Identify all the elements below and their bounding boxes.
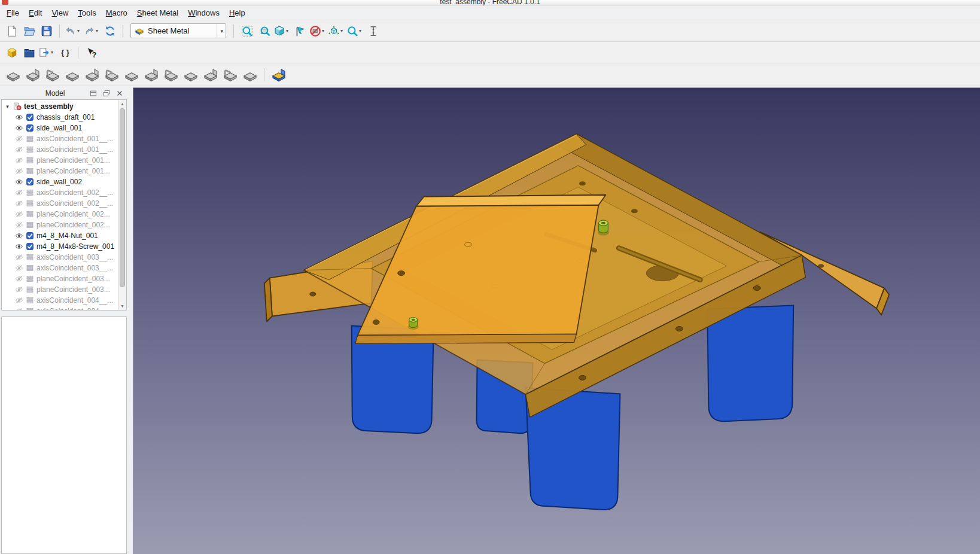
dropdown-arrow-icon[interactable]: ▾ <box>359 28 364 34</box>
visibility-on-icon[interactable] <box>15 178 23 186</box>
workbench-selector[interactable]: Sheet Metal▾ <box>130 23 226 38</box>
visibility-off-icon[interactable] <box>15 285 23 294</box>
tree-item-axiscoincident-001[interactable]: axisCoincident_001__... <box>2 133 118 144</box>
zoom-fit-selection-button[interactable] <box>256 23 272 39</box>
dropdown-arrow-icon[interactable]: ▾ <box>286 28 291 34</box>
tree-item-side-wall-002[interactable]: side_wall_002 <box>2 176 118 187</box>
sm-forming-tool-button[interactable] <box>221 66 239 83</box>
close-panel-button[interactable] <box>115 89 124 98</box>
tree-item-axiscoincident-002[interactable]: axisCoincident_002__... <box>2 187 118 198</box>
scrollbar-thumb[interactable] <box>120 108 125 287</box>
model-nut-m4[interactable] <box>598 220 609 235</box>
dropdown-arrow-icon[interactable]: ▾ <box>322 28 327 34</box>
sm-make-junction-button[interactable] <box>83 66 101 83</box>
visibility-off-icon[interactable] <box>15 135 23 143</box>
sm-sketch-on-sheet-button[interactable] <box>201 66 220 83</box>
menu-help[interactable]: Help <box>224 7 250 19</box>
sm-make-wall-button[interactable] <box>23 66 42 83</box>
visibility-off-icon[interactable] <box>15 188 23 197</box>
tree-item-chassis-draft-001[interactable]: chassis_draft_001 <box>2 112 118 123</box>
dropdown-arrow-icon[interactable]: ▾ <box>77 28 82 34</box>
tree-item-planecoincident-003[interactable]: planeCoincident_003... <box>2 273 118 284</box>
zoom-tools-button[interactable]: ▾ <box>346 23 364 39</box>
draw-style-button[interactable]: ▾ <box>309 23 327 39</box>
refresh-button[interactable] <box>102 23 118 39</box>
menu-tools[interactable]: Tools <box>73 7 101 19</box>
visibility-off-icon[interactable] <box>15 253 23 261</box>
std-views-button[interactable]: ▾ <box>328 23 345 39</box>
combo-dropdown-icon[interactable]: ▾ <box>217 24 223 38</box>
zoom-fit-all-button[interactable] <box>239 23 255 39</box>
tree-scrollbar[interactable]: ▲ ▼ <box>118 100 126 310</box>
tree-item-axiscoincident-001[interactable]: axisCoincident_001__... <box>2 144 118 155</box>
navigation-flag-button[interactable] <box>292 23 308 39</box>
sm-unfold-button[interactable] <box>122 66 141 83</box>
visibility-off-icon[interactable] <box>15 296 23 305</box>
sm-make-bend-button[interactable] <box>102 66 121 83</box>
menu-windows[interactable]: Windows <box>183 7 224 19</box>
tree-item-planecoincident-002[interactable]: planeCoincident_002... <box>2 209 118 220</box>
visibility-off-icon[interactable] <box>15 145 23 154</box>
sm-fold-wall-button[interactable] <box>63 66 81 83</box>
create-part-button[interactable] <box>4 44 20 61</box>
tree-item-axiscoincident-002[interactable]: axisCoincident_002__... <box>2 198 118 209</box>
visibility-off-icon[interactable] <box>15 210 23 218</box>
expand-arrow-icon[interactable]: ▾ <box>4 104 11 109</box>
dropdown-arrow-icon[interactable]: ▾ <box>96 28 101 34</box>
open-document-button[interactable] <box>21 23 37 39</box>
sm-make-relief-button[interactable] <box>162 66 180 83</box>
sm-logo-button[interactable] <box>269 66 288 83</box>
dock-panel-button[interactable] <box>89 89 98 98</box>
save-document-button[interactable] <box>38 23 54 39</box>
visibility-off-icon[interactable] <box>15 307 23 311</box>
menu-view[interactable]: View <box>47 7 73 19</box>
tree-item-test-assembly[interactable]: ▾test_assembly <box>2 101 118 112</box>
tree-item-m4-8-m4-nut-001[interactable]: m4_8_M4-Nut_001 <box>2 230 118 241</box>
scroll-up-arrow-icon[interactable]: ▲ <box>118 100 126 108</box>
whats-this-button[interactable]: ? <box>83 44 99 61</box>
model-screw-m4x8[interactable] <box>408 318 419 330</box>
undo-button[interactable]: ▾ <box>65 23 82 39</box>
tree-item-planecoincident-003[interactable]: planeCoincident_003... <box>2 284 118 295</box>
menu-file[interactable]: File <box>2 7 24 19</box>
measure-distance-button[interactable] <box>365 23 381 39</box>
menu-macro[interactable]: Macro <box>101 7 132 19</box>
visibility-off-icon[interactable] <box>15 156 23 165</box>
tree-item-axiscoincident-003[interactable]: axisCoincident_003__... <box>2 252 118 263</box>
dropdown-arrow-icon[interactable]: ▾ <box>340 28 345 34</box>
tree-item-m4-8-m4x8-screw-001[interactable]: m4_8_M4x8-Screw_001 <box>2 241 118 252</box>
visibility-off-icon[interactable] <box>15 221 23 229</box>
sm-make-base-wall-button[interactable] <box>4 66 22 83</box>
tree-item-planecoincident-001[interactable]: planeCoincident_001... <box>2 166 118 176</box>
redo-button[interactable]: ▾ <box>83 23 101 39</box>
tree-item-planecoincident-002[interactable]: planeCoincident_002... <box>2 220 118 230</box>
sm-add-corner-relief-button[interactable] <box>142 66 160 83</box>
dropdown-arrow-icon[interactable]: ▾ <box>51 50 56 55</box>
visibility-off-icon[interactable] <box>15 167 23 175</box>
menu-edit[interactable]: Edit <box>24 7 47 19</box>
sm-unattended-unfold-button[interactable] <box>241 66 259 83</box>
menu-sheet-metal[interactable]: Sheet Metal <box>132 7 183 19</box>
visibility-on-icon[interactable] <box>15 113 23 121</box>
tree-item-axiscoincident-004[interactable]: axisCoincident_004 <box>2 306 118 311</box>
visibility-off-icon[interactable] <box>15 264 23 272</box>
axonometric-view-button[interactable]: ▾ <box>273 23 291 39</box>
visibility-on-icon[interactable] <box>15 242 23 251</box>
tree-item-axiscoincident-004[interactable]: axisCoincident_004__... <box>2 295 118 306</box>
3d-scene[interactable] <box>133 88 980 554</box>
scroll-down-arrow-icon[interactable]: ▼ <box>118 302 126 310</box>
float-panel-button[interactable] <box>102 89 111 98</box>
3d-viewport[interactable] <box>133 87 980 554</box>
create-group-button[interactable] <box>21 44 37 61</box>
visibility-on-icon[interactable] <box>15 232 23 240</box>
tree-item-planecoincident-001[interactable]: planeCoincident_001... <box>2 155 118 166</box>
make-link-button[interactable]: ▾ <box>38 44 56 61</box>
sm-rip-sheet-button[interactable] <box>181 66 200 83</box>
tree-item-axiscoincident-003[interactable]: axisCoincident_003__... <box>2 263 118 273</box>
tree-item-side-wall-001[interactable]: side_wall_001 <box>2 123 118 133</box>
visibility-on-icon[interactable] <box>15 124 23 132</box>
visibility-off-icon[interactable] <box>15 199 23 208</box>
visibility-off-icon[interactable] <box>15 275 23 283</box>
sm-extend-face-button[interactable] <box>43 66 62 83</box>
new-document-button[interactable] <box>4 23 20 39</box>
